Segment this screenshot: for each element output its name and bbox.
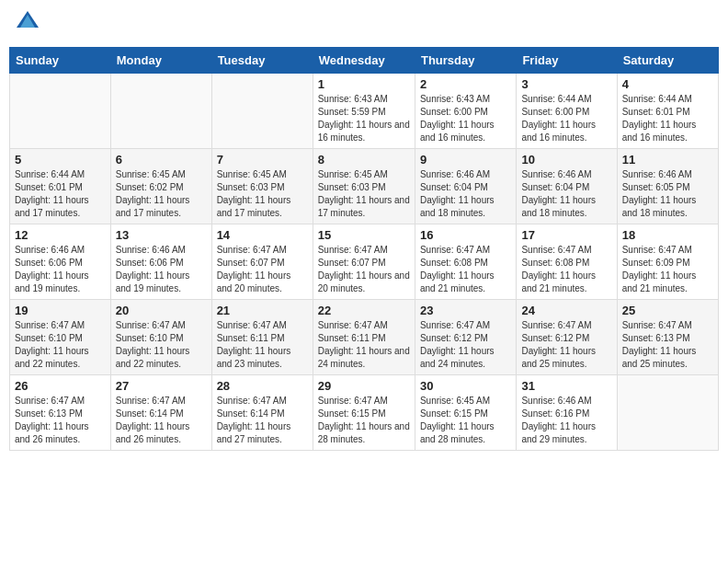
page-header — [9, 9, 719, 40]
day-number: 7 — [217, 153, 308, 167]
day-number: 16 — [420, 228, 511, 242]
calendar-cell: 15Sunrise: 6:47 AMSunset: 6:07 PMDayligh… — [313, 224, 415, 300]
day-number: 27 — [116, 379, 207, 393]
day-number: 28 — [217, 379, 308, 393]
calendar-week-row: 5Sunrise: 6:44 AMSunset: 6:01 PMDaylight… — [10, 149, 719, 224]
calendar-cell: 2Sunrise: 6:43 AMSunset: 6:00 PMDaylight… — [415, 74, 516, 149]
calendar-cell: 13Sunrise: 6:46 AMSunset: 6:06 PMDayligh… — [110, 224, 211, 300]
day-number: 29 — [318, 379, 410, 393]
day-number: 12 — [15, 228, 106, 242]
day-info: Sunrise: 6:46 AMSunset: 6:05 PMDaylight:… — [622, 168, 713, 220]
day-info: Sunrise: 6:45 AMSunset: 6:02 PMDaylight:… — [116, 168, 207, 220]
day-number: 18 — [622, 228, 713, 242]
calendar-table: SundayMondayTuesdayWednesdayThursdayFrid… — [9, 47, 719, 451]
weekday-header-tuesday: Tuesday — [211, 48, 313, 74]
day-number: 21 — [217, 304, 308, 317]
calendar-cell — [211, 74, 313, 149]
day-info: Sunrise: 6:46 AMSunset: 6:16 PMDaylight:… — [521, 395, 611, 446]
day-info: Sunrise: 6:44 AMSunset: 6:01 PMDaylight:… — [15, 168, 106, 220]
day-info: Sunrise: 6:47 AMSunset: 6:14 PMDaylight:… — [217, 395, 308, 446]
logo-text — [13, 9, 40, 40]
weekday-header-friday: Friday — [517, 48, 617, 74]
day-info: Sunrise: 6:47 AMSunset: 6:07 PMDaylight:… — [318, 244, 410, 295]
day-number: 4 — [622, 77, 713, 91]
day-info: Sunrise: 6:46 AMSunset: 6:04 PMDaylight:… — [420, 168, 511, 220]
weekday-header-thursday: Thursday — [415, 48, 516, 74]
calendar-cell: 5Sunrise: 6:44 AMSunset: 6:01 PMDaylight… — [10, 149, 111, 224]
day-info: Sunrise: 6:46 AMSunset: 6:06 PMDaylight:… — [15, 244, 106, 295]
day-info: Sunrise: 6:44 AMSunset: 6:00 PMDaylight:… — [521, 93, 611, 144]
calendar-cell: 8Sunrise: 6:45 AMSunset: 6:03 PMDaylight… — [313, 149, 415, 224]
calendar-cell: 29Sunrise: 6:47 AMSunset: 6:15 PMDayligh… — [313, 375, 415, 451]
logo-icon — [15, 9, 40, 35]
day-number: 25 — [622, 304, 713, 317]
day-number: 20 — [116, 304, 207, 317]
day-number: 1 — [318, 77, 410, 91]
day-info: Sunrise: 6:43 AMSunset: 5:59 PMDaylight:… — [318, 93, 410, 144]
logo — [13, 9, 40, 40]
day-number: 13 — [116, 228, 207, 242]
day-number: 26 — [15, 379, 106, 393]
day-info: Sunrise: 6:47 AMSunset: 6:13 PMDaylight:… — [622, 319, 713, 371]
day-number: 2 — [420, 77, 511, 91]
calendar-cell: 25Sunrise: 6:47 AMSunset: 6:13 PMDayligh… — [617, 300, 718, 375]
day-number: 5 — [15, 153, 106, 167]
day-info: Sunrise: 6:45 AMSunset: 6:03 PMDaylight:… — [318, 168, 410, 220]
calendar-cell: 26Sunrise: 6:47 AMSunset: 6:13 PMDayligh… — [10, 375, 111, 451]
calendar-header-row: SundayMondayTuesdayWednesdayThursdayFrid… — [10, 48, 719, 74]
day-number: 19 — [15, 304, 106, 317]
calendar-cell: 9Sunrise: 6:46 AMSunset: 6:04 PMDaylight… — [415, 149, 516, 224]
calendar-cell: 28Sunrise: 6:47 AMSunset: 6:14 PMDayligh… — [211, 375, 313, 451]
calendar-cell: 11Sunrise: 6:46 AMSunset: 6:05 PMDayligh… — [617, 149, 718, 224]
calendar-cell: 17Sunrise: 6:47 AMSunset: 6:08 PMDayligh… — [517, 224, 617, 300]
day-number: 22 — [318, 304, 410, 317]
calendar-cell: 31Sunrise: 6:46 AMSunset: 6:16 PMDayligh… — [517, 375, 617, 451]
calendar-cell: 12Sunrise: 6:46 AMSunset: 6:06 PMDayligh… — [10, 224, 111, 300]
day-number: 24 — [521, 304, 611, 317]
calendar-cell: 4Sunrise: 6:44 AMSunset: 6:01 PMDaylight… — [617, 74, 718, 149]
calendar-cell: 22Sunrise: 6:47 AMSunset: 6:11 PMDayligh… — [313, 300, 415, 375]
weekday-header-wednesday: Wednesday — [313, 48, 415, 74]
day-info: Sunrise: 6:44 AMSunset: 6:01 PMDaylight:… — [622, 93, 713, 144]
calendar-cell: 10Sunrise: 6:46 AMSunset: 6:04 PMDayligh… — [517, 149, 617, 224]
calendar-cell — [10, 74, 111, 149]
calendar-cell — [110, 74, 211, 149]
calendar-cell: 7Sunrise: 6:45 AMSunset: 6:03 PMDaylight… — [211, 149, 313, 224]
day-info: Sunrise: 6:47 AMSunset: 6:10 PMDaylight:… — [15, 319, 106, 371]
day-number: 23 — [420, 304, 511, 317]
day-info: Sunrise: 6:46 AMSunset: 6:04 PMDaylight:… — [521, 168, 611, 220]
calendar-cell: 1Sunrise: 6:43 AMSunset: 5:59 PMDaylight… — [313, 74, 415, 149]
calendar-cell: 21Sunrise: 6:47 AMSunset: 6:11 PMDayligh… — [211, 300, 313, 375]
calendar-cell — [617, 375, 718, 451]
calendar-cell: 3Sunrise: 6:44 AMSunset: 6:00 PMDaylight… — [517, 74, 617, 149]
day-info: Sunrise: 6:47 AMSunset: 6:12 PMDaylight:… — [420, 319, 511, 371]
calendar-cell: 14Sunrise: 6:47 AMSunset: 6:07 PMDayligh… — [211, 224, 313, 300]
day-info: Sunrise: 6:46 AMSunset: 6:06 PMDaylight:… — [116, 244, 207, 295]
calendar-cell: 19Sunrise: 6:47 AMSunset: 6:10 PMDayligh… — [10, 300, 111, 375]
day-number: 17 — [521, 228, 611, 242]
day-number: 8 — [318, 153, 410, 167]
day-info: Sunrise: 6:47 AMSunset: 6:11 PMDaylight:… — [217, 319, 308, 371]
calendar-week-row: 12Sunrise: 6:46 AMSunset: 6:06 PMDayligh… — [10, 224, 719, 300]
day-info: Sunrise: 6:47 AMSunset: 6:15 PMDaylight:… — [318, 395, 410, 446]
day-info: Sunrise: 6:47 AMSunset: 6:10 PMDaylight:… — [116, 319, 207, 371]
day-info: Sunrise: 6:45 AMSunset: 6:03 PMDaylight:… — [217, 168, 308, 220]
day-info: Sunrise: 6:47 AMSunset: 6:12 PMDaylight:… — [521, 319, 611, 371]
day-info: Sunrise: 6:47 AMSunset: 6:13 PMDaylight:… — [15, 395, 106, 446]
calendar-week-row: 1Sunrise: 6:43 AMSunset: 5:59 PMDaylight… — [10, 74, 719, 149]
weekday-header-sunday: Sunday — [10, 48, 111, 74]
day-number: 10 — [521, 153, 611, 167]
day-info: Sunrise: 6:43 AMSunset: 6:00 PMDaylight:… — [420, 93, 511, 144]
weekday-header-monday: Monday — [110, 48, 211, 74]
day-number: 15 — [318, 228, 410, 242]
calendar-cell: 20Sunrise: 6:47 AMSunset: 6:10 PMDayligh… — [110, 300, 211, 375]
day-number: 3 — [521, 77, 611, 91]
day-number: 9 — [420, 153, 511, 167]
calendar-week-row: 19Sunrise: 6:47 AMSunset: 6:10 PMDayligh… — [10, 300, 719, 375]
calendar-cell: 16Sunrise: 6:47 AMSunset: 6:08 PMDayligh… — [415, 224, 516, 300]
day-number: 14 — [217, 228, 308, 242]
calendar-week-row: 26Sunrise: 6:47 AMSunset: 6:13 PMDayligh… — [10, 375, 719, 451]
day-number: 31 — [521, 379, 611, 393]
day-number: 30 — [420, 379, 511, 393]
day-info: Sunrise: 6:47 AMSunset: 6:08 PMDaylight:… — [521, 244, 611, 295]
